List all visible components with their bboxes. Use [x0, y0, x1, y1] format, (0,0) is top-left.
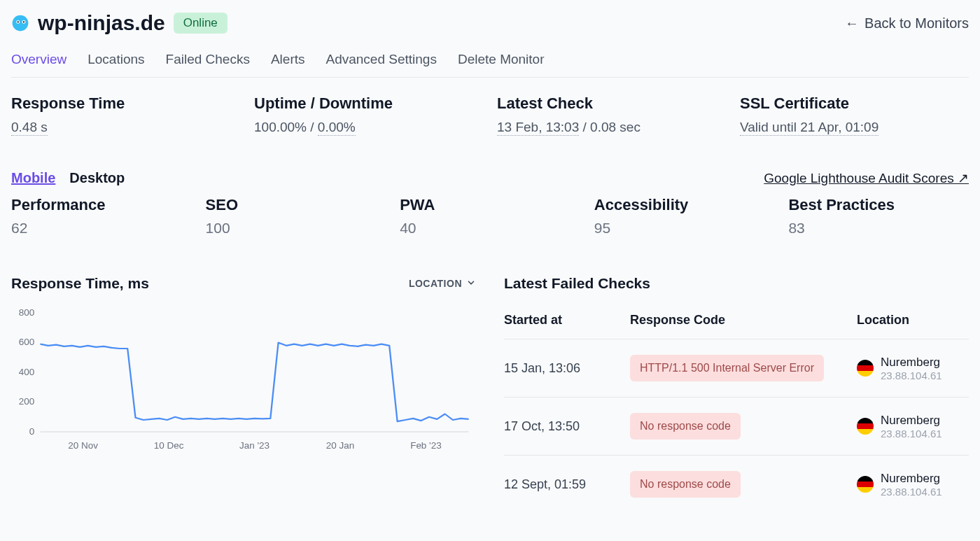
chevron-down-icon — [466, 278, 476, 290]
loc-ip: 23.88.104.61 — [881, 370, 942, 381]
main-tabs: Overview Locations Failed Checks Alerts … — [11, 52, 969, 78]
svg-text:400: 400 — [19, 367, 34, 377]
score-value: 95 — [594, 220, 775, 237]
stat-response-time: Response Time 0.48 s — [11, 94, 240, 135]
tab-locations[interactable]: Locations — [88, 52, 144, 67]
response-time-chart: 020040060080020 Nov10 DecJan '2320 JanFe… — [11, 306, 476, 453]
downtime-value[interactable]: 0.00% — [318, 120, 356, 136]
score-value: 100 — [206, 220, 386, 237]
stat-latest-check: Latest Check 13 Feb, 13:03 / 0.08 sec — [497, 94, 726, 135]
failed-checks-title: Latest Failed Checks — [504, 275, 969, 292]
svg-text:800: 800 — [19, 307, 34, 318]
svg-text:20 Jan: 20 Jan — [326, 440, 354, 451]
score-label: Accessibility — [594, 196, 775, 214]
tab-delete-monitor[interactable]: Delete Monitor — [458, 52, 545, 67]
loc-ip: 23.88.104.61 — [881, 486, 942, 498]
site-logo-icon — [11, 14, 29, 32]
stat-label: Response Time — [11, 94, 240, 113]
stat-uptime: Uptime / Downtime 100.00% / 0.00% — [254, 94, 483, 135]
flag-germany-icon — [857, 476, 874, 493]
error-badge: No response code — [630, 413, 741, 440]
stat-label: Latest Check — [497, 94, 726, 113]
latest-check-time[interactable]: 13 Feb, 13:03 — [497, 120, 579, 136]
failed-check-row[interactable]: 17 Oct, 13:50No response codeNuremberg23… — [504, 398, 969, 456]
score-label: Best Practices — [788, 196, 969, 214]
sub-tab-mobile[interactable]: Mobile — [11, 170, 55, 186]
loc-ip: 23.88.104.61 — [881, 428, 942, 440]
lighthouse-audit-link[interactable]: Google Lighthouse Audit Scores ↗ — [764, 170, 969, 186]
loc-name: Nuremberg — [881, 414, 942, 428]
failed-date: 17 Oct, 13:50 — [504, 419, 616, 434]
svg-point-0 — [13, 15, 29, 31]
arrow-left-icon: ← — [845, 15, 859, 31]
back-to-monitors-link[interactable]: ← Back to Monitors — [845, 15, 969, 31]
svg-text:200: 200 — [19, 397, 34, 407]
stat-label: Uptime / Downtime — [254, 94, 483, 113]
tab-failed-checks[interactable]: Failed Checks — [166, 52, 250, 67]
response-time-chart-panel: Response Time, ms LOCATION 0200400600800… — [11, 275, 476, 513]
score-seo: SEO 100 — [206, 196, 386, 237]
svg-text:Jan '23: Jan '23 — [239, 440, 270, 451]
error-badge: HTTP/1.1 500 Internal Server Error — [630, 355, 824, 381]
col-location: Location — [857, 313, 969, 328]
back-link-label: Back to Monitors — [864, 15, 969, 31]
location-selector[interactable]: LOCATION — [409, 278, 476, 290]
failed-check-row[interactable]: 12 Sept, 01:59No response codeNuremberg2… — [504, 456, 969, 513]
failed-checks-panel: Latest Failed Checks Started at Response… — [504, 275, 969, 513]
svg-text:0: 0 — [29, 426, 35, 437]
score-accessibility: Accessibility 95 — [594, 196, 775, 237]
svg-point-4 — [23, 21, 24, 22]
stat-ssl: SSL Certificate Valid until 21 Apr, 01:0… — [740, 94, 969, 135]
status-badge: Online — [174, 13, 227, 34]
col-response-code: Response Code — [630, 313, 843, 328]
score-label: PWA — [400, 196, 580, 214]
score-best-practices: Best Practices 83 — [788, 196, 969, 237]
error-badge: No response code — [630, 471, 741, 498]
score-value: 62 — [11, 220, 192, 237]
flag-germany-icon — [857, 360, 874, 377]
tab-advanced-settings[interactable]: Advanced Settings — [326, 52, 437, 67]
score-performance: Performance 62 — [11, 196, 192, 237]
failed-date: 12 Sept, 01:59 — [504, 477, 616, 492]
tab-overview[interactable]: Overview — [11, 52, 66, 67]
svg-point-3 — [18, 21, 19, 22]
score-value: 40 — [400, 220, 580, 237]
svg-text:20 Nov: 20 Nov — [68, 440, 98, 451]
stat-value[interactable]: 0.48 s — [11, 120, 48, 136]
score-value: 83 — [788, 220, 969, 237]
failed-date: 15 Jan, 13:06 — [504, 361, 616, 376]
location-selector-label: LOCATION — [409, 278, 462, 289]
loc-name: Nuremberg — [881, 356, 942, 370]
score-pwa: PWA 40 — [400, 196, 580, 237]
sub-tab-desktop[interactable]: Desktop — [69, 170, 125, 186]
svg-text:600: 600 — [19, 337, 34, 348]
ssl-value[interactable]: Valid until 21 Apr, 01:09 — [740, 120, 878, 136]
score-label: Performance — [11, 196, 192, 214]
page-title: wp-ninjas.de — [38, 11, 165, 35]
latest-check-duration: 0.08 sec — [590, 120, 640, 134]
loc-name: Nuremberg — [881, 472, 942, 486]
tab-alerts[interactable]: Alerts — [271, 52, 305, 67]
flag-germany-icon — [857, 418, 874, 435]
chart-title: Response Time, ms — [11, 275, 149, 292]
uptime-value: 100.00% — [254, 120, 307, 134]
score-label: SEO — [206, 196, 386, 214]
stat-label: SSL Certificate — [740, 94, 969, 113]
col-started-at: Started at — [504, 313, 616, 328]
failed-check-row[interactable]: 15 Jan, 13:06HTTP/1.1 500 Internal Serve… — [504, 339, 969, 398]
svg-text:Feb '23: Feb '23 — [410, 440, 442, 451]
svg-text:10 Dec: 10 Dec — [154, 440, 184, 451]
